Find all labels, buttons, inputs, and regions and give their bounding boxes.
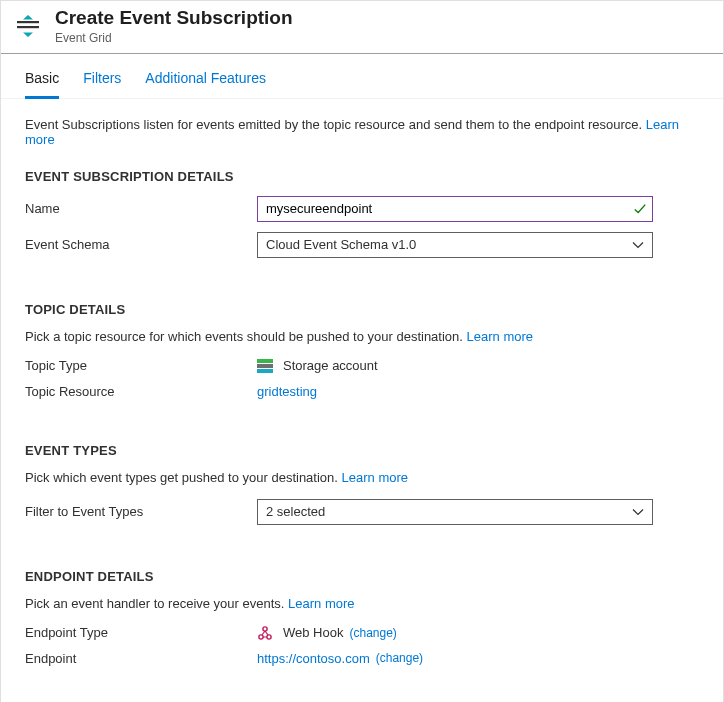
tabs: Basic Filters Additional Features [1, 60, 723, 99]
endpoint-type-value: Web Hook [283, 625, 343, 640]
event-types-help: Pick which event types get pushed to you… [25, 470, 699, 485]
event-schema-value: Cloud Event Schema v1.0 [266, 237, 416, 252]
name-label: Name [25, 201, 257, 216]
intro-copy: Event Subscriptions listen for events em… [25, 117, 646, 132]
row-filter-event-types: Filter to Event Types 2 selected [25, 499, 699, 525]
endpoint-details-help-text: Pick an event handler to receive your ev… [25, 596, 288, 611]
topic-type-label: Topic Type [25, 358, 257, 373]
page-subtitle: Event Grid [55, 31, 293, 45]
section-event-types-title: EVENT TYPES [25, 443, 699, 458]
row-event-schema: Event Schema Cloud Event Schema v1.0 [25, 232, 699, 258]
svg-rect-1 [17, 21, 39, 23]
row-topic-type: Topic Type Storage account [25, 358, 699, 374]
section-endpoint-details-title: ENDPOINT DETAILS [25, 569, 699, 584]
endpoint-details-learn-more-link[interactable]: Learn more [288, 596, 354, 611]
svg-point-8 [267, 635, 271, 639]
topic-type-value: Storage account [283, 358, 378, 373]
form-body: Event Subscriptions listen for events em… [1, 99, 723, 702]
row-topic-resource: Topic Resource gridtesting [25, 384, 699, 399]
filter-event-types-value: 2 selected [266, 504, 325, 519]
svg-rect-3 [257, 359, 273, 363]
tab-additional-features[interactable]: Additional Features [145, 60, 266, 99]
event-schema-select[interactable]: Cloud Event Schema v1.0 [257, 232, 653, 258]
row-endpoint-type: Endpoint Type Web Hook (change) [25, 625, 699, 641]
event-schema-label: Event Schema [25, 237, 257, 252]
svg-point-6 [263, 627, 267, 631]
storage-account-icon [257, 358, 273, 374]
endpoint-change-link[interactable]: (change) [376, 651, 423, 665]
svg-rect-2 [17, 26, 39, 28]
event-grid-icon [11, 9, 45, 43]
event-types-learn-more-link[interactable]: Learn more [342, 470, 408, 485]
tab-filters[interactable]: Filters [83, 60, 121, 99]
svg-rect-5 [257, 369, 273, 373]
topic-details-learn-more-link[interactable]: Learn more [467, 329, 533, 344]
webhook-icon [257, 625, 273, 641]
row-endpoint: Endpoint https://contoso.com (change) [25, 651, 699, 666]
topic-resource-link[interactable]: gridtesting [257, 384, 317, 399]
svg-point-7 [259, 635, 263, 639]
endpoint-label: Endpoint [25, 651, 257, 666]
topic-resource-label: Topic Resource [25, 384, 257, 399]
topic-details-help: Pick a topic resource for which events s… [25, 329, 699, 344]
endpoint-type-label: Endpoint Type [25, 625, 257, 640]
row-name: Name [25, 196, 699, 222]
endpoint-type-change-link[interactable]: (change) [349, 626, 396, 640]
pane-header: Create Event Subscription Event Grid [1, 1, 723, 54]
endpoint-value-link[interactable]: https://contoso.com [257, 651, 370, 666]
page-title: Create Event Subscription [55, 7, 293, 30]
section-subscription-details-title: EVENT SUBSCRIPTION DETAILS [25, 169, 699, 184]
filter-event-types-label: Filter to Event Types [25, 504, 257, 519]
create-event-subscription-pane: Create Event Subscription Event Grid Bas… [0, 0, 724, 702]
event-types-help-text: Pick which event types get pushed to you… [25, 470, 342, 485]
chevron-down-icon [632, 506, 644, 518]
filter-event-types-select[interactable]: 2 selected [257, 499, 653, 525]
tab-basic[interactable]: Basic [25, 60, 59, 99]
topic-details-help-text: Pick a topic resource for which events s… [25, 329, 467, 344]
svg-rect-4 [257, 364, 273, 368]
endpoint-details-help: Pick an event handler to receive your ev… [25, 596, 699, 611]
intro-text: Event Subscriptions listen for events em… [25, 117, 699, 147]
section-topic-details-title: TOPIC DETAILS [25, 302, 699, 317]
name-input[interactable] [257, 196, 653, 222]
chevron-down-icon [632, 239, 644, 251]
